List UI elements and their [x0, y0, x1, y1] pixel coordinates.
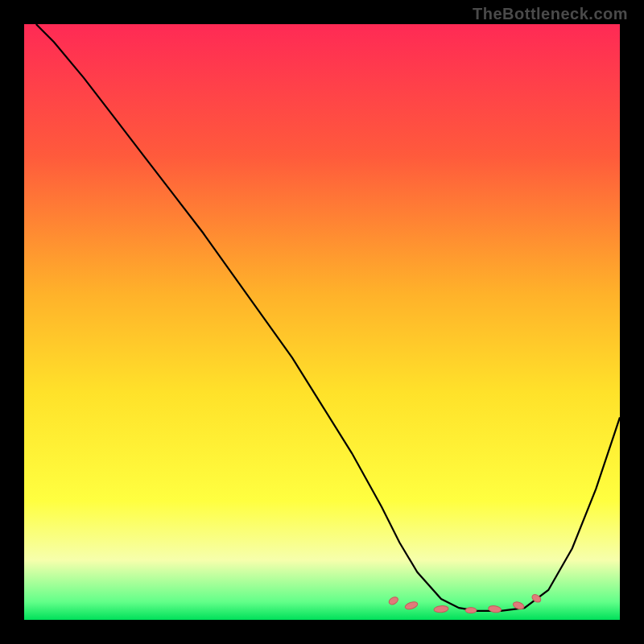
plot-area: [24, 24, 620, 620]
gradient-background: [24, 24, 620, 620]
watermark-text: TheBottleneck.com: [473, 5, 628, 23]
chart-frame: TheBottleneck.com: [0, 0, 644, 644]
bottleneck-chart: [24, 24, 620, 620]
sweet-spot-marker: [465, 608, 477, 613]
